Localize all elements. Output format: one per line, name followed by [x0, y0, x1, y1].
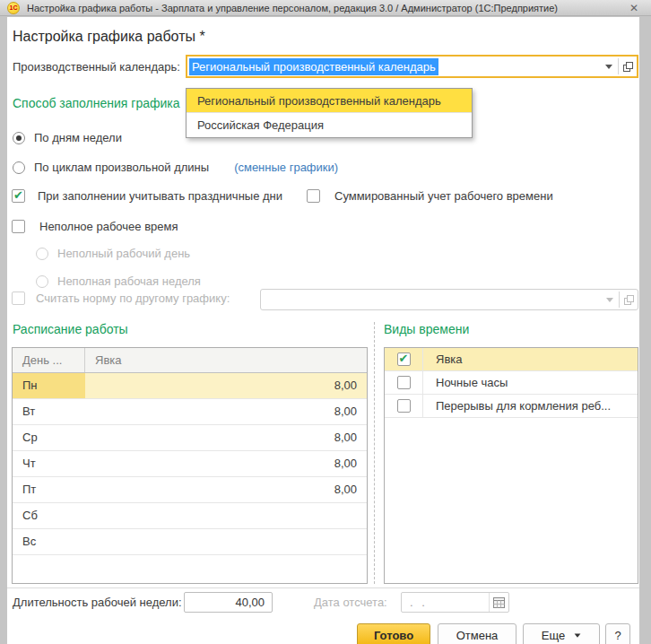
- time-kind-row[interactable]: Явка: [385, 348, 638, 371]
- dropdown-item[interactable]: Региональный производственный календарь: [187, 89, 472, 113]
- time-kinds-heading: Виды времени: [384, 322, 469, 336]
- done-button[interactable]: Готово: [357, 623, 430, 644]
- other-schedule-value: [261, 290, 601, 309]
- page-title: Настройка графика работы *: [13, 29, 205, 45]
- window-titlebar: 1С Настройка графика работы - Зарплата и…: [0, 0, 651, 16]
- schedule-heading: Расписание работы: [13, 322, 128, 336]
- schedule-row[interactable]: Вт8,00: [13, 399, 367, 425]
- radio-part-week-label: Неполная рабочая неделя: [57, 274, 201, 288]
- hours-cell[interactable]: 8,00: [85, 451, 367, 476]
- checkbox-icon[interactable]: [397, 376, 411, 389]
- radio-part-day-label: Неполный рабочий день: [57, 247, 190, 260]
- calendar-dropdown: Региональный производственный календарьР…: [186, 88, 473, 138]
- column-header-attendance[interactable]: Явка: [85, 348, 367, 372]
- choose-icon: [620, 290, 638, 309]
- cancel-button[interactable]: Отмена: [438, 623, 516, 644]
- hours-cell[interactable]: [85, 503, 367, 528]
- start-date-placeholder: . .: [402, 593, 489, 612]
- help-button[interactable]: ?: [605, 623, 630, 644]
- checkbox-icon[interactable]: [307, 189, 320, 203]
- checkbox-summary-time[interactable]: Суммированный учет рабочего времени: [307, 189, 553, 203]
- calendar-combo-value[interactable]: Региональный производственный календарь: [187, 57, 600, 76]
- radio-icon: [36, 275, 48, 288]
- checkbox-cell[interactable]: [385, 395, 423, 417]
- other-schedule-combo-field: [260, 289, 638, 310]
- dropdown-item[interactable]: Российская Федерация: [187, 113, 472, 137]
- time-kinds-list: ЯвкаНочные часыПерерывы для кормления ре…: [384, 347, 638, 584]
- checkbox-cell[interactable]: [385, 348, 423, 370]
- schedule-row[interactable]: Чт8,00: [13, 451, 367, 477]
- day-cell[interactable]: Сб: [13, 503, 85, 528]
- footer-divider: [7, 587, 639, 588]
- day-cell[interactable]: Вс: [13, 529, 85, 554]
- panel-splitter[interactable]: [374, 322, 375, 584]
- radio-by-days-label: По дням недели: [34, 131, 122, 144]
- time-kind-label: Явка: [423, 348, 638, 370]
- schedule-table-header: День ... Явка: [13, 348, 367, 373]
- week-length-label: Длительность рабочей недели:: [13, 596, 182, 609]
- more-button-label: Еще: [542, 629, 565, 642]
- day-cell[interactable]: Пт: [13, 477, 85, 502]
- calendar-combo-field[interactable]: Региональный производственный календарь: [186, 55, 638, 78]
- calendar-icon[interactable]: [489, 593, 508, 612]
- checkbox-cell[interactable]: [385, 371, 423, 394]
- calendar-field-label: Производственный календарь:: [13, 60, 180, 74]
- radio-by-days[interactable]: По дням недели: [13, 131, 122, 144]
- radio-by-cycles-label: По циклам произвольной длины: [34, 161, 209, 174]
- radio-icon: [36, 248, 48, 260]
- close-icon[interactable]: ✕: [628, 2, 640, 14]
- checkbox-icon[interactable]: [397, 399, 411, 413]
- more-button[interactable]: Еще: [523, 623, 600, 644]
- checkbox-icon[interactable]: [12, 220, 25, 233]
- checkbox-summary-label: Суммированный учет рабочего времени: [334, 189, 553, 203]
- checkbox-parttime[interactable]: Неполное рабочее время: [12, 220, 178, 233]
- radio-icon[interactable]: [13, 161, 25, 174]
- radio-icon[interactable]: [13, 132, 25, 144]
- day-cell[interactable]: Пн: [13, 373, 85, 398]
- time-kind-label: Ночные часы: [423, 371, 638, 394]
- checkbox-icon: [12, 292, 25, 305]
- schedule-row[interactable]: Пт8,00: [13, 477, 367, 503]
- day-cell[interactable]: Чт: [13, 451, 85, 476]
- radio-part-day[interactable]: Неполный рабочий день: [36, 247, 190, 260]
- radio-part-week[interactable]: Неполная рабочая неделя: [36, 274, 201, 288]
- schedule-table: День ... Явка Пн8,00Вт8,00Ср8,00Чт8,00Пт…: [12, 347, 368, 584]
- shift-schedules-link[interactable]: (сменные графики): [234, 161, 338, 174]
- schedule-row[interactable]: Пн8,00: [13, 373, 367, 399]
- app-logo-icon: 1С: [7, 2, 20, 14]
- hours-cell[interactable]: 8,00: [85, 399, 367, 424]
- chevron-down-icon: [575, 633, 581, 637]
- checkbox-holidays[interactable]: При заполнении учитывать праздничные дни: [12, 189, 282, 203]
- dialog-body: Настройка графика работы * Производствен…: [7, 17, 639, 644]
- time-kind-label: Перерывы для кормления реб...: [423, 395, 638, 417]
- radio-by-cycles[interactable]: По циклам произвольной длины (сменные гр…: [13, 161, 338, 174]
- hours-cell[interactable]: 8,00: [85, 373, 367, 398]
- chevron-down-icon[interactable]: [600, 57, 618, 76]
- week-length-input[interactable]: [184, 592, 273, 613]
- column-header-day[interactable]: День ...: [13, 348, 85, 372]
- checkbox-other-schedule[interactable]: Считать норму по другому графику:: [12, 292, 230, 305]
- schedule-row[interactable]: Ср8,00: [13, 425, 367, 451]
- schedule-row[interactable]: Сб: [13, 503, 367, 529]
- window-title: Настройка графика работы - Зарплата и уп…: [27, 3, 558, 13]
- hours-cell[interactable]: [85, 529, 367, 554]
- checkbox-parttime-label: Неполное рабочее время: [39, 220, 178, 233]
- hours-cell[interactable]: 8,00: [85, 477, 367, 502]
- checkbox-icon[interactable]: [12, 189, 25, 203]
- schedule-row[interactable]: Вс: [13, 529, 367, 555]
- checkbox-other-schedule-label: Считать норму по другому графику:: [36, 292, 230, 305]
- time-kind-row[interactable]: Ночные часы: [385, 371, 638, 395]
- start-date-label: Дата отсчета:: [314, 596, 387, 609]
- hours-cell[interactable]: 8,00: [85, 425, 367, 450]
- day-cell[interactable]: Вт: [13, 399, 85, 424]
- start-date-field[interactable]: . .: [401, 592, 509, 613]
- choose-icon[interactable]: [619, 57, 637, 76]
- selected-text: Региональный производственный календарь: [189, 58, 438, 75]
- schedule-table-body: Пн8,00Вт8,00Ср8,00Чт8,00Пт8,00СбВс: [13, 373, 367, 555]
- checkbox-holidays-label: При заполнении учитывать праздничные дни: [38, 189, 282, 203]
- checkbox-icon[interactable]: [397, 352, 411, 366]
- fill-method-heading: Способ заполнения графика: [13, 96, 185, 110]
- time-kind-row[interactable]: Перерывы для кормления реб...: [385, 395, 638, 418]
- day-cell[interactable]: Ср: [13, 425, 85, 450]
- chevron-down-icon: [601, 290, 619, 309]
